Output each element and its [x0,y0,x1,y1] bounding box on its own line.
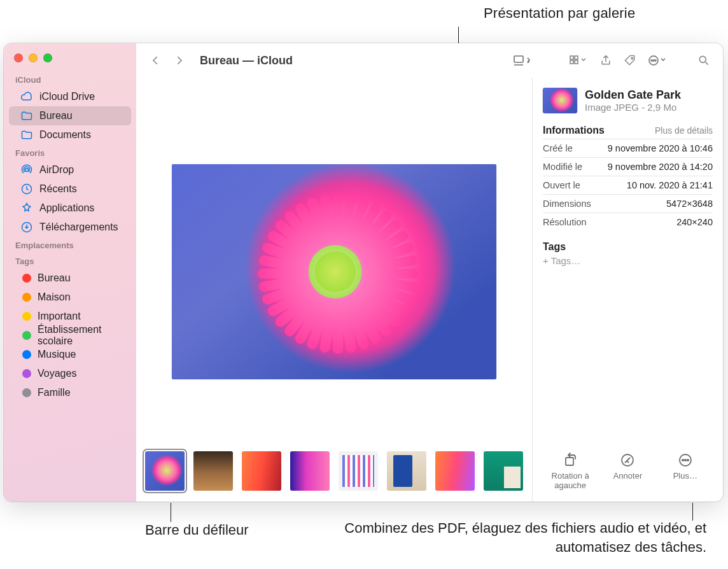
window-controls [4,50,136,71]
svg-rect-3 [514,56,523,62]
sidebar-item-documents[interactable]: Documents [9,125,131,144]
sidebar-section-emplacements: Emplacements [4,237,136,253]
folder-icon [20,129,33,141]
sidebar-tag-important[interactable]: Important [9,307,131,326]
qa-label: Rotation à agauche [543,471,598,490]
svg-rect-8 [575,60,578,64]
info-row: Dimensions5472×3648 [543,195,713,213]
quick-actions: Rotation à agauche Annoter Plus… [543,447,713,496]
thumbnail[interactable] [339,451,378,491]
rotate-icon [562,452,578,468]
preview-image-wrap [136,78,532,447]
tag-dot-icon [22,274,31,283]
sidebar-tag-bureau[interactable]: Bureau [9,269,131,288]
sidebar-item-label: Maison [38,292,71,303]
tag-dot-icon [22,388,31,397]
group-button[interactable] [565,51,592,70]
tag-dot-icon [22,350,31,359]
sidebar-item-bureau[interactable]: Bureau [9,106,131,125]
preview-area [136,78,532,502]
sidebar-item-label: Voyages [38,368,76,379]
sidebar-item-icloud-drive[interactable]: iCloud Drive [9,87,131,106]
preview-image[interactable] [172,164,496,379]
thumbnail[interactable] [290,451,330,491]
thumbnail[interactable] [387,451,426,491]
sidebar-item-label: Établissement scolaire [38,324,125,347]
svg-point-19 [685,460,686,461]
tag-dot-icon [22,331,31,340]
info-more-link[interactable]: Plus de détails [655,125,713,136]
info-row: Modifié le9 novembre 2020 à 14:20 [543,158,713,176]
file-subtitle: Image JPEG - 2,9 Mo [585,102,681,113]
sidebar-item-recents[interactable]: Récents [9,179,131,199]
svg-point-0 [25,169,29,172]
sidebar-tag-school[interactable]: Établissement scolaire [9,326,131,345]
sidebar-tag-famille[interactable]: Famille [9,383,131,402]
forward-button[interactable] [169,51,190,70]
content-row: Golden Gate Park Image JPEG - 2,9 Mo Inf… [136,78,723,502]
tags-button[interactable] [620,51,640,70]
cloud-icon [20,90,33,103]
sidebar-item-label: Famille [38,387,71,398]
info-table: Créé le9 novembre 2020 à 10:46 Modifié l… [543,139,713,231]
sidebar-tag-voyages[interactable]: Voyages [9,364,131,383]
sidebar-item-label: Bureau [38,272,71,284]
airdrop-icon [20,164,33,176]
qa-label: Annoter [613,471,643,481]
sidebar: iCloud iCloud Drive Bureau Documents Fav… [4,43,136,502]
minimize-button[interactable] [29,53,38,62]
sidebar-item-label: Documents [39,129,91,141]
info-key: Ouvert le [543,176,596,195]
info-row: Créé le9 novembre 2020 à 10:46 [543,139,713,158]
rotate-left-button[interactable]: Rotation à agauche [543,452,598,490]
main-pane: Bureau — iCloud [136,43,723,502]
info-row: Ouvert le10 nov. 2020 à 21:41 [543,176,713,195]
annotate-icon [619,452,636,468]
callout-line [692,503,693,521]
info-panel: Golden Gate Park Image JPEG - 2,9 Mo Inf… [532,78,723,502]
sidebar-section-icloud: iCloud [4,71,136,87]
tag-dot-icon [22,369,31,378]
sidebar-section-favoris: Favoris [4,144,136,160]
file-title: Golden Gate Park [585,88,681,102]
callout-scrubber-bar: Barre du défileur [145,522,249,538]
svg-rect-15 [566,458,573,465]
info-value: 9 novembre 2020 à 10:46 [596,139,713,158]
thumbnail[interactable] [484,451,523,491]
svg-point-9 [631,57,633,59]
annotate-button[interactable]: Annoter [600,452,655,490]
close-button[interactable] [14,53,23,62]
tags-header: Tags [543,241,713,253]
sidebar-section-tags: Tags [4,253,136,269]
folder-icon [20,109,33,122]
thumbnail[interactable] [193,451,233,491]
sidebar-item-airdrop[interactable]: AirDrop [9,160,131,179]
tag-dot-icon [22,312,31,321]
back-button[interactable] [145,51,165,70]
action-menu-button[interactable] [644,51,671,70]
info-value: 5472×3648 [596,195,713,213]
sidebar-tag-musique[interactable]: Musique [9,345,131,364]
sidebar-item-label: Récents [39,183,77,195]
apps-icon [20,202,33,214]
sidebar-tag-maison[interactable]: Maison [9,288,131,307]
fullscreen-button[interactable] [43,53,52,62]
info-value: 240×240 [596,213,713,232]
share-button[interactable] [596,51,616,70]
info-value: 9 novembre 2020 à 14:20 [596,158,713,176]
sidebar-item-downloads[interactable]: Téléchargements [9,218,131,237]
download-icon [20,221,33,234]
thumbnail[interactable] [242,451,281,491]
info-key: Résolution [543,213,596,232]
callout-line [171,503,171,522]
search-button[interactable] [694,51,714,70]
thumbnail[interactable] [145,451,185,491]
sidebar-item-label: Important [38,311,81,322]
sidebar-item-applications[interactable]: Applications [9,199,131,218]
tags-add-field[interactable]: + Tags… [543,255,713,266]
more-icon [677,452,694,468]
view-mode-button[interactable] [513,54,532,67]
more-actions-button[interactable]: Plus… [658,452,713,490]
thumbnail[interactable] [435,451,475,491]
sidebar-item-label: Applications [39,202,94,214]
